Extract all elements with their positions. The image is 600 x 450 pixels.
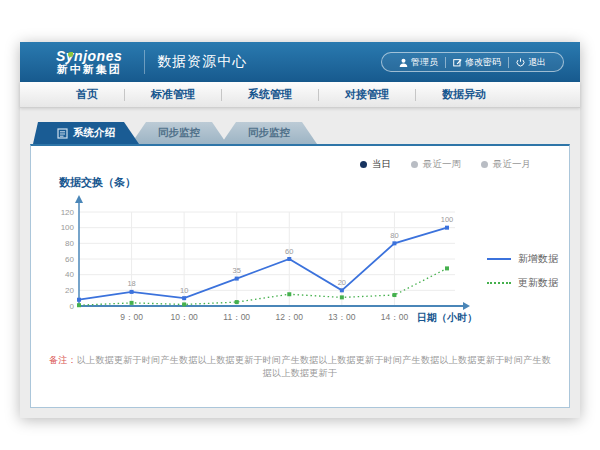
footnote-text: 以上数据更新于时间产生数据以上数据更新于时间产生数据以上数据更新于时间产生数据以… <box>77 355 551 378</box>
app-window: Synjones 新中新集团 数据资源中心 管理员 修改密码 <box>20 42 580 418</box>
legend-label: 更新数据 <box>518 276 558 290</box>
svg-text:100: 100 <box>61 223 75 232</box>
svg-text:60: 60 <box>285 247 293 256</box>
svg-text:0: 0 <box>70 302 75 311</box>
radio-last-month[interactable]: 最近一月 <box>481 158 531 171</box>
svg-text:80: 80 <box>65 239 74 248</box>
nav-item-interface-mgmt[interactable]: 对接管理 <box>319 87 415 102</box>
line-chart: 0204060801001209：0010：0011：0012：0013：001… <box>45 190 483 340</box>
svg-text:80: 80 <box>390 231 398 240</box>
document-icon <box>57 128 68 139</box>
logout-icon <box>516 58 525 67</box>
user-menu: 管理员 修改密码 退出 <box>381 52 564 72</box>
legend-item-update-data: 更新数据 <box>487 276 558 290</box>
radio-label: 最近一周 <box>423 158 461 171</box>
nav-item-home[interactable]: 首页 <box>50 87 124 102</box>
user-menu-admin[interactable]: 管理员 <box>392 56 445 69</box>
solid-line-icon <box>487 258 511 260</box>
content-area: 系统介绍 同步监控 同步监控 当日 最近一周 <box>20 108 580 408</box>
main-nav: 首页 标准管理 系统管理 对接管理 数据异动 <box>20 82 580 108</box>
svg-text:9：00: 9：00 <box>120 312 143 322</box>
dotted-line-icon <box>487 282 511 284</box>
svg-text:10：00: 10：00 <box>170 312 198 322</box>
nav-item-standard-mgmt[interactable]: 标准管理 <box>125 87 221 102</box>
chart-panel: 当日 最近一周 最近一月 数据交换（条） 0204060801001209：00… <box>30 144 570 408</box>
radio-label: 最近一月 <box>493 158 531 171</box>
tab-label: 同步监控 <box>248 126 290 140</box>
svg-text:35: 35 <box>233 266 241 275</box>
radio-last-week[interactable]: 最近一周 <box>411 158 461 171</box>
y-axis-title: 数据交换（条） <box>59 175 555 190</box>
tab-system-intro[interactable]: 系统介绍 <box>33 122 139 144</box>
logo-secondary-text: 新中新集团 <box>57 64 122 76</box>
svg-text:14：00: 14：00 <box>381 312 409 322</box>
tab-sync-monitor-2[interactable]: 同步监控 <box>221 122 317 144</box>
svg-text:60: 60 <box>65 255 74 264</box>
footnote: 备注：以上数据更新于时间产生数据以上数据更新于时间产生数据以上数据更新于时间产生… <box>45 354 555 380</box>
radio-unselected-icon <box>411 161 418 168</box>
svg-text:13：00: 13：00 <box>328 312 356 322</box>
tab-label: 同步监控 <box>158 126 200 140</box>
svg-text:20: 20 <box>65 286 74 295</box>
edit-icon <box>453 58 462 67</box>
svg-text:18: 18 <box>127 279 135 288</box>
company-logo: Synjones 新中新集团 <box>34 49 132 75</box>
user-menu-logout[interactable]: 退出 <box>509 56 553 69</box>
chart-row: 0204060801001209：0010：0011：0012：0013：001… <box>45 190 555 340</box>
header: Synjones 新中新集团 数据资源中心 管理员 修改密码 <box>20 42 580 82</box>
svg-text:10: 10 <box>180 286 188 295</box>
svg-text:100: 100 <box>441 215 454 224</box>
svg-text:11：00: 11：00 <box>223 312 250 322</box>
app-title: 数据资源中心 <box>157 53 247 71</box>
radio-unselected-icon <box>481 161 488 168</box>
logo-primary-text: Synjones <box>56 49 122 64</box>
svg-text:12：00: 12：00 <box>276 312 304 322</box>
svg-text:120: 120 <box>61 208 75 217</box>
tab-bar: 系统介绍 同步监控 同步监控 <box>33 122 570 144</box>
user-icon <box>399 58 408 67</box>
tab-label: 系统介绍 <box>73 126 115 140</box>
svg-text:20: 20 <box>338 278 346 287</box>
legend-item-new-data: 新增数据 <box>487 252 558 266</box>
user-menu-change-password[interactable]: 修改密码 <box>446 56 508 69</box>
nav-item-system-mgmt[interactable]: 系统管理 <box>222 87 318 102</box>
header-divider <box>144 50 145 74</box>
radio-today[interactable]: 当日 <box>360 158 391 171</box>
footnote-label: 备注： <box>49 355 77 365</box>
time-range-filter: 当日 最近一周 最近一月 <box>45 154 555 173</box>
svg-text:日期（小时）: 日期（小时） <box>417 312 477 323</box>
user-menu-label: 管理员 <box>411 56 438 69</box>
radio-selected-icon <box>360 161 367 168</box>
user-menu-label: 修改密码 <box>465 56 501 69</box>
tab-sync-monitor-1[interactable]: 同步监控 <box>131 122 227 144</box>
svg-text:40: 40 <box>65 270 74 279</box>
radio-label: 当日 <box>372 158 391 171</box>
nav-item-data-change[interactable]: 数据异动 <box>416 87 512 102</box>
chart-legend: 新增数据 更新数据 <box>487 252 558 290</box>
logo-leaf-icon <box>68 52 73 57</box>
user-menu-label: 退出 <box>528 56 546 69</box>
legend-label: 新增数据 <box>518 252 558 266</box>
